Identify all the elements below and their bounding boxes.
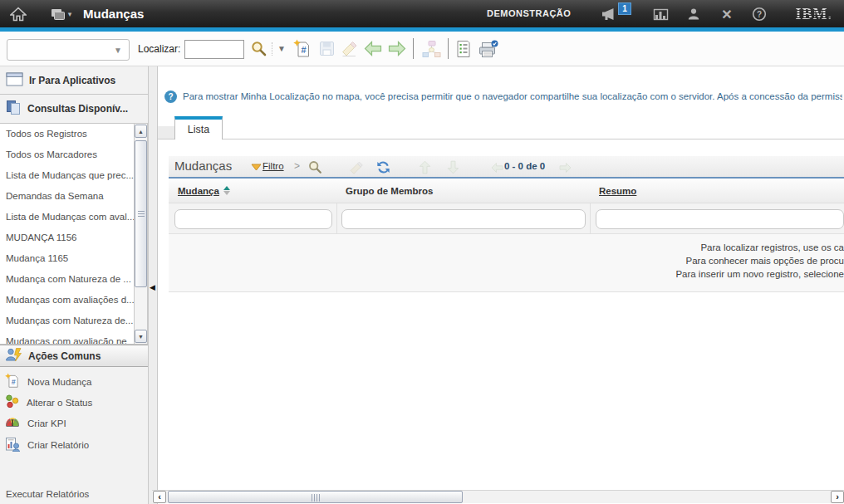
action-create-kpi[interactable]: Criar KPI [0,413,148,433]
tab-lista[interactable]: Lista [174,116,223,139]
table-title: Mudanças [174,159,232,173]
query-item[interactable]: Lista de Mudanças com aval... [0,207,134,228]
filter-input-mudanca[interactable] [174,209,332,229]
table-search-icon[interactable] [307,159,323,175]
sidebar-item-label: Ir Para Aplicativos [29,75,115,86]
collapse-sidebar-icon[interactable]: ◀ [150,283,155,291]
filter-input-grupo-de-membros[interactable] [341,209,586,229]
previous-record-icon[interactable] [363,38,383,59]
filter-link[interactable]: Filtro [263,161,284,171]
svg-text:?: ? [757,10,762,19]
search-icon[interactable] [248,38,268,59]
new-record-icon: # [5,373,20,390]
main-content: ? Para mostrar Minha Localização no mapa… [158,66,844,504]
column-label: Grupo de Membros [346,186,433,196]
query-item[interactable]: Todos os Registros [0,124,134,144]
query-item[interactable]: MUDANÇA 1156 [0,228,134,248]
scrollbar-thumb[interactable] [135,140,147,287]
reports-chart-icon[interactable] [651,6,670,22]
save-icon [316,38,336,59]
sort-icon[interactable] [223,186,230,195]
sidebar-item-go-to-applications[interactable]: Ir Para Aplicativos [0,66,148,95]
action-create-report[interactable]: Criar Relatório [0,434,148,455]
empty-message-line: Para localizar registros, use os ca [169,241,844,254]
scrollbar-grip [138,211,145,218]
search-options-caret-icon[interactable]: ▼ [277,44,286,53]
next-record-icon[interactable] [387,38,407,59]
column-header-grupo-de-membros: Grupo de Membros [336,179,590,203]
empty-message-line: Para conhecer mais opções de procu [169,254,844,267]
new-record-icon[interactable]: # [292,38,312,59]
close-icon[interactable]: ✕ [718,6,736,22]
column-label[interactable]: Resumo [599,186,636,196]
sidebar-splitter[interactable]: ◀ [148,66,158,504]
common-actions-icon [5,347,22,365]
previous-page-icon [488,159,505,175]
sidebar-item-label: Consultas Disponív... [27,103,128,115]
section-title: Ações Comuns [28,350,101,362]
divider [272,42,272,56]
help-icon[interactable]: ? [750,6,768,22]
table-clear-icon [348,159,365,175]
filter-input-resumo[interactable] [596,209,844,229]
query-item[interactable]: Demandas da Semana [0,186,134,207]
sidebar-item-available-queries[interactable]: Consultas Disponív... [0,95,148,122]
info-message-row: ? Para mostrar Minha Localização no mapa… [164,89,842,104]
scroll-right-icon[interactable]: › [831,491,844,503]
workflow-icon [419,38,444,59]
find-input[interactable] [184,40,244,59]
find-label: Localizar: [138,32,180,66]
action-change-status[interactable]: Alterar o Status [0,392,148,413]
notification-badge[interactable]: 1 [618,2,631,15]
window-icon [6,72,23,89]
refresh-icon[interactable] [375,159,391,175]
empty-table-message: Para localizar registros, use os ca Para… [169,234,844,292]
sidebar: Ir Para Aplicativos Consultas Disponív..… [0,66,148,504]
query-item[interactable]: Mudanças com avaliação ne [0,331,134,345]
query-item[interactable]: Mudanças com avaliações d... [0,290,134,311]
svg-text:#: # [12,378,16,386]
table-header-row: Mudança Grupo de Membros Resumo [169,179,844,203]
create-report-icon [5,437,20,453]
chevron-down-icon: ▾ [68,10,72,18]
sidebar-section-common-actions[interactable]: Ações Comuns [0,345,148,367]
chevron-right-icon[interactable]: > [294,160,300,172]
query-list: Todos os Registros Todos os Marcadores L… [0,123,134,345]
horizontal-scrollbar[interactable]: ‹ › [152,490,844,503]
action-run-reports[interactable]: Executar Relatórios [0,485,148,504]
query-item[interactable]: Mudança com Natureza de ... [0,269,134,290]
scroll-up-icon[interactable]: ▲ [135,125,147,138]
action-label: Nova Mudança [27,377,91,387]
announcements-icon[interactable] [600,6,618,22]
action-new-change[interactable]: # Nova Mudança [0,371,148,392]
move-up-icon [416,159,433,175]
query-item[interactable]: Mudanças com Natureza de... [0,311,134,331]
divider [336,203,337,234]
table-toolbar: Mudanças Filtro > [169,156,844,179]
tab-strip-border [158,139,844,139]
query-list-scrollbar[interactable]: ▲ ▼ [134,123,148,345]
svg-text:#: # [301,45,306,55]
action-label: Criar KPI [27,418,66,428]
divider [590,203,591,234]
filter-collapse-icon[interactable] [248,159,264,175]
user-profile-icon[interactable] [685,6,703,22]
column-header-resumo[interactable]: Resumo [590,179,844,203]
run-reports-icon[interactable] [454,38,474,59]
go-to-applications-icon[interactable]: ▾ [48,6,73,22]
chevron-down-icon: ▼ [114,46,122,55]
scroll-left-icon[interactable]: ‹ [153,491,166,503]
query-item[interactable]: Todos os Marcadores [0,144,134,165]
action-label: Criar Relatório [27,440,89,450]
print-icon[interactable] [476,38,499,59]
query-item[interactable]: Mudança 1165 [0,248,134,269]
query-select[interactable]: ▼ [7,39,130,61]
scroll-down-icon[interactable]: ▼ [135,330,147,343]
column-label[interactable]: Mudança [178,186,219,196]
query-item[interactable]: Lista de Mudanças que prec... [0,165,134,186]
top-navigation-bar: ▾ Mudanças DEMONSTRAÇÃO 1 ✕ ? IBM. [0,0,844,27]
home-icon[interactable] [9,6,27,22]
kpi-gauge-icon [5,417,20,429]
scrollbar-thumb[interactable] [168,491,463,503]
column-header-mudanca[interactable]: Mudança [169,179,336,203]
